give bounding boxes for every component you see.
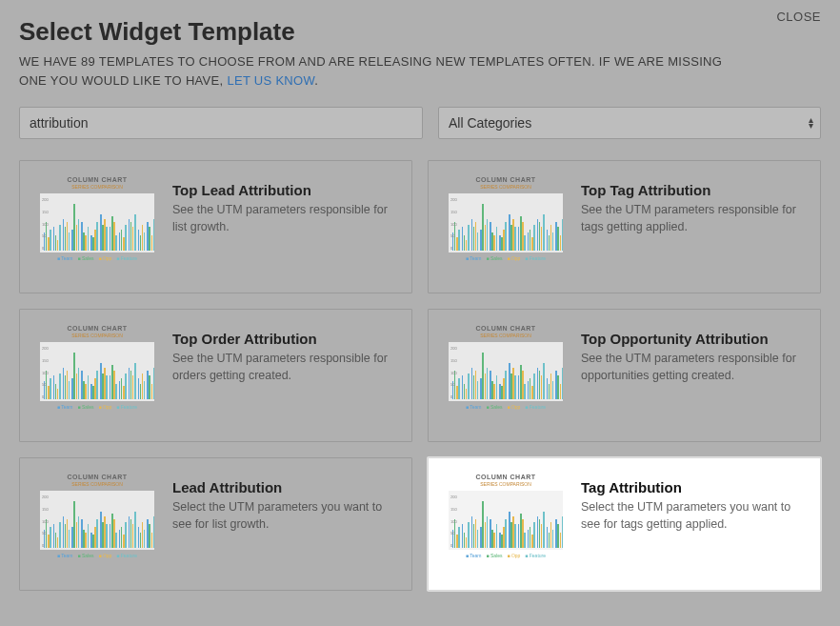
let-us-know-link[interactable]: LET US KNOW <box>227 73 314 88</box>
thumb-subtitle: SERIES COMPARISON <box>480 184 531 190</box>
template-card-text: Top Lead Attribution See the UTM paramet… <box>172 176 396 275</box>
thumb-legend: TeamSalesOppFeature <box>57 553 137 558</box>
thumb-subtitle: SERIES COMPARISON <box>71 333 123 338</box>
template-card-desc: See the UTM parameters responsible for o… <box>172 351 396 384</box>
thumb-title: COLUMN CHART <box>475 325 535 332</box>
thumb-legend: TeamSalesOppFeature <box>466 553 546 558</box>
template-grid: COLUMN CHART SERIES COMPARISON 200150100… <box>19 160 821 591</box>
category-select[interactable]: All Categories <box>438 107 821 139</box>
modal-title: Select Widget Template <box>19 17 821 47</box>
filter-row: All Categories ▴▾ <box>19 107 821 139</box>
thumb-subtitle: SERIES COMPARISON <box>480 481 531 487</box>
template-card-title: Top Opportunity Attribution <box>581 331 805 347</box>
template-card-desc: See the UTM parameters responsible for o… <box>581 351 805 384</box>
template-card-text: Tag Attribution Select the UTM parameter… <box>581 474 805 573</box>
template-card[interactable]: COLUMN CHART SERIES COMPARISON 200150100… <box>19 160 412 293</box>
template-card-title: Lead Attribution <box>172 479 396 495</box>
thumb-title: COLUMN CHART <box>475 176 535 183</box>
thumb-title: COLUMN CHART <box>67 474 127 480</box>
thumb-legend: TeamSalesOppFeature <box>57 255 137 261</box>
widget-template-modal: CLOSE Select Widget Template WE HAVE 89 … <box>0 0 840 626</box>
column-chart-icon: 200150100500 <box>449 342 563 401</box>
template-card-text: Top Order Attribution See the UTM parame… <box>172 325 396 424</box>
template-thumb: COLUMN CHART SERIES COMPARISON 200150100… <box>444 176 568 275</box>
template-thumb: COLUMN CHART SERIES COMPARISON 200150100… <box>444 474 568 573</box>
column-chart-icon: 200150100500 <box>40 491 154 550</box>
column-chart-icon: 200150100500 <box>449 491 563 550</box>
thumb-subtitle: SERIES COMPARISON <box>71 184 123 190</box>
template-card-text: Top Tag Attribution See the UTM paramete… <box>581 176 805 275</box>
template-card[interactable]: COLUMN CHART SERIES COMPARISON 200150100… <box>19 309 412 442</box>
thumb-legend: TeamSalesOppFeature <box>57 404 137 410</box>
template-thumb: COLUMN CHART SERIES COMPARISON 200150100… <box>35 325 159 424</box>
subtitle-text: WE HAVE 89 TEMPLATES TO CHOOSE FROM AND … <box>19 54 722 88</box>
template-card-desc: See the UTM parameters responsible for t… <box>581 202 805 235</box>
template-card-title: Top Lead Attribution <box>172 182 396 198</box>
template-thumb: COLUMN CHART SERIES COMPARISON 200150100… <box>35 176 159 275</box>
category-select-wrap: All Categories ▴▾ <box>438 107 821 139</box>
template-thumb: COLUMN CHART SERIES COMPARISON 200150100… <box>444 325 568 424</box>
thumb-title: COLUMN CHART <box>67 176 127 183</box>
modal-subtitle: WE HAVE 89 TEMPLATES TO CHOOSE FROM AND … <box>19 52 743 90</box>
template-card-title: Top Tag Attribution <box>581 182 805 198</box>
template-card-text: Lead Attribution Select the UTM paramete… <box>172 474 396 573</box>
column-chart-icon: 200150100500 <box>40 342 154 401</box>
thumb-legend: TeamSalesOppFeature <box>466 404 546 410</box>
close-button[interactable]: CLOSE <box>776 10 821 24</box>
template-card[interactable]: COLUMN CHART SERIES COMPARISON 200150100… <box>428 457 821 591</box>
template-thumb: COLUMN CHART SERIES COMPARISON 200150100… <box>35 474 159 573</box>
template-card-title: Tag Attribution <box>581 479 805 495</box>
thumb-legend: TeamSalesOppFeature <box>466 255 546 261</box>
column-chart-icon: 200150100500 <box>449 193 563 252</box>
template-card-text: Top Opportunity Attribution See the UTM … <box>581 325 805 424</box>
template-card[interactable]: COLUMN CHART SERIES COMPARISON 200150100… <box>19 457 412 591</box>
subtitle-post: . <box>314 73 318 88</box>
thumb-subtitle: SERIES COMPARISON <box>71 481 123 487</box>
template-card-title: Top Order Attribution <box>172 331 396 347</box>
column-chart-icon: 200150100500 <box>40 193 154 252</box>
thumb-title: COLUMN CHART <box>67 325 127 332</box>
template-card[interactable]: COLUMN CHART SERIES COMPARISON 200150100… <box>428 309 821 442</box>
search-input[interactable] <box>19 107 423 139</box>
template-card-desc: Select the UTM parameters you want to se… <box>581 499 805 533</box>
thumb-subtitle: SERIES COMPARISON <box>480 333 531 338</box>
template-card[interactable]: COLUMN CHART SERIES COMPARISON 200150100… <box>428 160 821 293</box>
template-card-desc: See the UTM parameters responsible for l… <box>172 202 396 235</box>
template-card-desc: Select the UTM parameters you want to se… <box>172 499 396 533</box>
thumb-title: COLUMN CHART <box>475 474 535 480</box>
